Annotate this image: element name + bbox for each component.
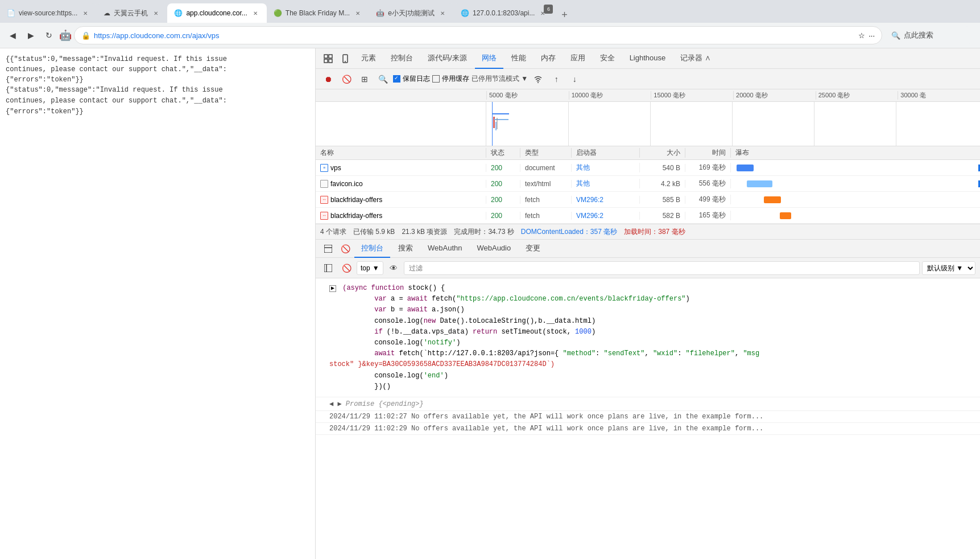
clear-button[interactable]: 🚫 <box>338 71 354 87</box>
row-time: 165 毫秒 <box>685 211 731 220</box>
filter-button[interactable]: ⊞ <box>357 71 373 87</box>
inspect-icon-btn[interactable] <box>320 51 336 67</box>
more-icon[interactable]: ··· <box>869 31 875 40</box>
tab-localhost[interactable]: 🌐 127.0.0.1:8203/api... ✕ 6 <box>454 3 554 23</box>
code-var-a: a = <box>391 295 407 303</box>
network-timeline: 5000 毫秒 10000 毫秒 15000 毫秒 20000 毫秒 25000… <box>316 89 980 146</box>
code-console-log: console.log( <box>374 317 423 325</box>
tab-close-btn[interactable]: ✕ <box>438 9 447 18</box>
record-button[interactable]: ⏺ <box>320 71 336 87</box>
tab-favicon: 🤖 <box>376 9 384 17</box>
tab-tianyun[interactable]: ☁ 天翼云手机 ✕ <box>97 3 167 23</box>
console-tab-search[interactable]: 搜索 <box>391 240 420 258</box>
back-button[interactable]: ◀ <box>5 27 20 43</box>
preserve-log-checkbox[interactable] <box>393 75 400 83</box>
address-text: https://app.cloudcone.com.cn/ajax/vps <box>94 31 855 40</box>
status-resources: 21.3 kB 项资源 <box>402 227 447 237</box>
code-str-wxid: "wxid" <box>653 350 677 357</box>
address-bar[interactable]: 🔒 https://app.cloudcone.com.cn/ajax/vps … <box>74 26 882 44</box>
disable-cache-text: 停用缓存 <box>442 74 469 84</box>
browser-chrome: 📄 view-source:https... ✕ ☁ 天翼云手机 ✕ 🌐 app… <box>0 0 980 48</box>
svg-rect-1 <box>329 55 332 58</box>
row-name: ↔ blackfriday-offers <box>316 196 486 204</box>
context-select[interactable]: top ▼ <box>357 261 383 275</box>
waterfall-bar <box>737 165 754 171</box>
left-panel-content: {{"status":0,"message":"Invalid request.… <box>6 55 227 84</box>
tab-close-btn[interactable]: ✕ <box>81 9 90 18</box>
tab-performance[interactable]: 性能 <box>505 48 533 69</box>
code-await: await <box>407 295 428 303</box>
console-tab-changes[interactable]: 变更 <box>519 240 547 258</box>
console-tab-webaudio[interactable]: WebAudio <box>470 240 518 258</box>
console-tab-console[interactable]: 控制台 <box>354 240 390 258</box>
throttle-select[interactable]: 已停用节流模式 ▼ <box>472 74 528 84</box>
code-new: new <box>424 317 436 325</box>
col-status: 状态 <box>486 148 520 158</box>
forward-button[interactable]: ▶ <box>23 27 39 43</box>
search-network-button[interactable]: 🔍 <box>375 71 391 87</box>
tab-application[interactable]: 应用 <box>564 48 592 69</box>
col-time: 时间 <box>685 148 731 158</box>
tab-blackfriday[interactable]: 🟢 The Black Friday M... ✕ <box>267 3 369 23</box>
timeline-left <box>316 102 486 146</box>
bookmark-icon[interactable]: ☆ <box>858 31 865 40</box>
wifi-icon-btn[interactable] <box>530 71 546 87</box>
tab-elements[interactable]: 元素 <box>354 48 383 69</box>
download-icon-btn[interactable]: ↓ <box>567 71 582 87</box>
tab-sources[interactable]: 源代码/来源 <box>421 48 474 69</box>
tab-etian[interactable]: 🤖 e小天|功能测试 ✕ <box>369 3 454 23</box>
log-level-select[interactable]: 默认级别 ▼ <box>922 261 975 275</box>
console-ban-btn[interactable]: 🚫 <box>337 241 353 257</box>
mobile-icon-btn[interactable] <box>337 51 353 67</box>
ai-icon: 🤖 <box>59 29 72 42</box>
tab-recorder[interactable]: 记录器 ∧ <box>673 48 718 69</box>
upload-icon-btn[interactable]: ↑ <box>548 71 564 87</box>
row-size: 585 B <box>640 196 685 204</box>
table-row[interactable]: ≡ vps 200 document 其他 540 B 169 毫秒 <box>316 160 980 176</box>
eye-icon-btn[interactable]: 👁 <box>386 260 402 276</box>
table-row[interactable]: ↔ blackfriday-offers 200 fetch VM296:2 5… <box>316 192 980 208</box>
code-str-end: 'end' <box>424 372 444 380</box>
tab-favicon: 🌐 <box>461 9 469 17</box>
console-drawer-btn[interactable] <box>320 241 336 257</box>
timeline-cursor <box>492 102 493 146</box>
tab-cloudcone[interactable]: 🌐 app.cloudcone.cor... ✕ <box>167 3 266 23</box>
timeline-graph <box>316 102 980 146</box>
nav-bar: ◀ ▶ ↻ 🤖 🔒 https://app.cloudcone.com.cn/a… <box>0 23 980 48</box>
tab-title: e小天|功能测试 <box>388 9 435 18</box>
code-str-url: "https://app.cloudcone.com.cn/events/bla… <box>456 295 685 303</box>
code-colon-3: : <box>677 350 685 357</box>
console-tab-webauthn[interactable]: WebAuthn <box>421 240 469 258</box>
tab-close-btn[interactable]: ✕ <box>151 9 160 18</box>
tab-close-btn[interactable]: ✕ <box>251 9 260 18</box>
tab-view-source[interactable]: 📄 view-source:https... ✕ <box>0 3 97 23</box>
tab-lighthouse[interactable]: Lighthouse <box>623 48 673 69</box>
row-initiator[interactable]: VM296:2 <box>572 212 640 220</box>
disable-cache-checkbox[interactable] <box>432 75 440 83</box>
tab-security[interactable]: 安全 <box>593 48 622 69</box>
search-bar[interactable]: 🔍 点此搜索 <box>884 26 975 44</box>
console-sidebar-toggle[interactable] <box>320 260 336 276</box>
status-requests: 4 个请求 <box>320 227 346 237</box>
code-await3: await <box>374 350 395 357</box>
code-paren-2: ) <box>592 328 596 336</box>
new-tab-button[interactable]: + <box>556 7 572 23</box>
context-select-arrow: ▼ <box>373 264 379 272</box>
tab-close-btn[interactable]: ✕ <box>353 9 362 18</box>
row-waterfall <box>731 160 980 175</box>
console-clear-btn[interactable]: 🚫 <box>338 260 354 276</box>
row-initiator[interactable]: VM296:2 <box>572 196 640 204</box>
expand-arrow[interactable]: ▶ <box>329 285 336 292</box>
tab-network[interactable]: 网络 <box>475 48 503 69</box>
table-row[interactable]: ↔ blackfriday-offers 200 fetch VM296:2 5… <box>316 208 980 224</box>
reload-button[interactable]: ↻ <box>41 27 57 43</box>
console-filter-input[interactable] <box>404 261 920 275</box>
code-var2: var <box>374 306 387 314</box>
tab-console[interactable]: 控制台 <box>384 48 420 69</box>
table-row[interactable]: favicon.ico 200 text/html 其他 4.2 kB 556 … <box>316 176 980 192</box>
code-var: var <box>374 295 387 303</box>
file-icon-red: ↔ <box>320 196 328 204</box>
promise-arrows: ◀ ▶ <box>329 400 346 408</box>
code-return: return <box>473 328 497 336</box>
tab-memory[interactable]: 内存 <box>534 48 563 69</box>
